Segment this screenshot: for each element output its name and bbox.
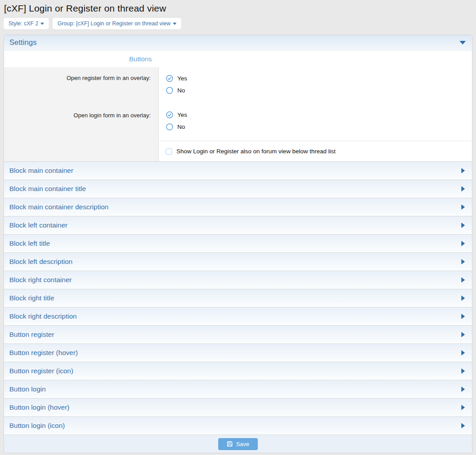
section-header-button-register-hover[interactable]: Button register (hover): [4, 343, 472, 362]
radio-checked-icon: [166, 111, 173, 119]
section-title: Block right title: [9, 294, 54, 302]
style-properties-panel: Settings Buttons Open register form in a…: [4, 35, 472, 453]
section-title: Block main container title: [9, 185, 86, 193]
field-label-login-overlay: Open login form in an overlay:: [4, 104, 158, 141]
chevron-right-icon: [461, 405, 465, 410]
radio-option-label: Yes: [177, 112, 187, 118]
settings-form: Open register form in an overlay: Yes N: [4, 67, 472, 161]
section-title: Button register (icon): [9, 367, 73, 375]
chevron-right-icon: [461, 423, 465, 428]
group-subheading: Buttons: [4, 55, 277, 63]
section-title: Settings: [9, 38, 36, 47]
section-title: Block left description: [9, 258, 72, 266]
checkbox-unchecked-icon: [166, 148, 172, 155]
section-header-block-left-container[interactable]: Block left container: [4, 216, 472, 234]
chevron-right-icon: [461, 204, 465, 210]
section-header-block-left-description[interactable]: Block left description: [4, 252, 472, 271]
field-control-forum-view: Show Login or Register also on forum vie…: [158, 141, 472, 161]
radio-register-overlay-yes[interactable]: Yes: [166, 72, 472, 84]
floppy-disk-icon: [227, 441, 233, 447]
toolbar: Style: cXF 2 Group: [cXF] Login or Regis…: [4, 18, 472, 29]
save-button[interactable]: Save: [218, 438, 258, 450]
chevron-right-icon: [461, 277, 465, 283]
section-header-button-login-icon[interactable]: Button login (icon): [4, 416, 472, 435]
section-header-block-right-container[interactable]: Block right container: [4, 271, 472, 289]
chevron-right-icon: [461, 295, 465, 301]
section-header-block-main-container-description[interactable]: Block main container description: [4, 198, 472, 216]
chevron-right-icon: [461, 368, 465, 374]
section-title: Block left title: [9, 239, 50, 247]
field-label-empty: [4, 141, 158, 161]
field-control-login-overlay: Yes No: [158, 104, 472, 141]
section-header-block-main-container-title[interactable]: Block main container title: [4, 180, 472, 198]
section-header-button-register-icon[interactable]: Button register (icon): [4, 362, 472, 380]
radio-unchecked-icon: [166, 123, 173, 131]
chevron-right-icon: [461, 186, 465, 192]
radio-login-overlay-no[interactable]: No: [166, 121, 472, 133]
radio-unchecked-icon: [166, 87, 173, 94]
checkbox-label: Show Login or Register also on forum vie…: [176, 148, 336, 155]
radio-option-label: No: [177, 124, 185, 130]
section-title: Block left container: [9, 221, 68, 229]
section-header-button-login[interactable]: Button login: [4, 380, 472, 398]
radio-login-overlay-yes[interactable]: Yes: [166, 109, 472, 121]
chevron-right-icon: [461, 168, 465, 173]
style-dropdown-label: Style: cXF 2: [8, 20, 38, 27]
radio-register-overlay-no[interactable]: No: [166, 84, 472, 96]
section-title: Button login (hover): [9, 403, 69, 411]
radio-option-label: Yes: [177, 75, 187, 82]
chevron-right-icon: [461, 259, 465, 264]
style-dropdown-button[interactable]: Style: cXF 2: [4, 18, 49, 29]
section-header-settings[interactable]: Settings: [4, 35, 472, 50]
page-title: [cXF] Login or Register on thread view: [4, 0, 472, 18]
section-header-button-login-hover[interactable]: Button login (hover): [4, 398, 472, 416]
section-title: Block main container description: [9, 203, 108, 211]
chevron-right-icon: [461, 332, 465, 337]
chevron-down-icon: [460, 41, 466, 44]
section-title: Button register: [9, 331, 54, 339]
group-dropdown-label: Group: [cXF] Login or Register on thread…: [57, 20, 170, 27]
chevron-right-icon: [461, 241, 465, 246]
subheading-row: Buttons: [4, 50, 472, 67]
field-label-register-overlay: Open register form in an overlay:: [4, 67, 158, 104]
section-header-block-right-title[interactable]: Block right title: [4, 289, 472, 307]
save-button-label: Save: [236, 441, 249, 447]
section-header-block-right-description[interactable]: Block right description: [4, 307, 472, 325]
chevron-right-icon: [461, 350, 465, 355]
section-header-block-left-title[interactable]: Block left title: [4, 234, 472, 252]
section-title: Block right description: [9, 312, 77, 320]
chevron-right-icon: [461, 223, 465, 228]
radio-option-label: No: [177, 87, 185, 94]
section-title: Block main container: [9, 167, 73, 175]
checkbox-show-on-forum-view[interactable]: Show Login or Register also on forum vie…: [166, 148, 472, 155]
panel-footer: Save: [4, 435, 472, 453]
radio-checked-icon: [166, 75, 173, 82]
section-header-button-register[interactable]: Button register: [4, 325, 472, 343]
chevron-right-icon: [461, 387, 465, 392]
field-control-register-overlay: Yes No: [158, 67, 472, 104]
chevron-down-icon: [173, 23, 176, 25]
group-dropdown-button[interactable]: Group: [cXF] Login or Register on thread…: [52, 18, 181, 29]
section-title: Button register (hover): [9, 349, 78, 357]
section-header-block-main-container[interactable]: Block main container: [4, 161, 472, 180]
section-title: Block right container: [9, 276, 72, 284]
section-title: Button login: [9, 385, 46, 393]
section-title: Button login (icon): [9, 422, 65, 430]
chevron-right-icon: [461, 314, 465, 319]
chevron-down-icon: [40, 23, 44, 25]
